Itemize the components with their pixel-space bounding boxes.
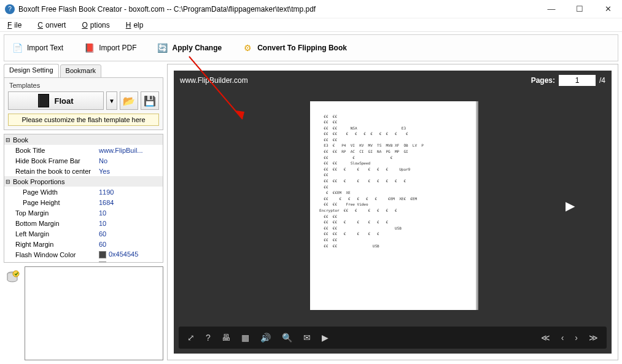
apply-change-label: Apply Change <box>172 44 222 52</box>
import-text-button[interactable]: 📄 Import Text <box>7 37 70 58</box>
customize-note[interactable]: Please customize the flash template here <box>8 114 159 126</box>
flipbook-preview[interactable]: www.FlipBuilder.com Pages: /4 安下载 anxz.c… <box>174 71 612 354</box>
prop-right-margin[interactable]: Right Margin60 <box>4 239 163 249</box>
template-save-button[interactable]: 💾 <box>141 91 159 110</box>
template-selected: Float <box>54 96 73 106</box>
tab-bookmark[interactable]: Bookmark <box>60 64 102 78</box>
prop-bottom-margin[interactable]: Bottom Margin10 <box>4 218 163 228</box>
next-page-arrow[interactable]: ▶ <box>566 198 575 213</box>
total-pages: /4 <box>599 76 605 85</box>
design-setting-panel: Templates Float ▼ 📂 💾 Please customize t… <box>4 77 163 130</box>
sound-icon[interactable]: 🔊 <box>260 333 271 343</box>
window-title: Boxoft Free Flash Book Creator - boxoft.… <box>18 5 316 14</box>
preview-panel: www.FlipBuilder.com Pages: /4 安下载 anxz.c… <box>167 64 618 360</box>
apply-change-button[interactable]: 🔄 Apply Change <box>152 37 228 58</box>
menu-file[interactable]: File <box>2 20 24 31</box>
group-proportions[interactable]: Book Proportions <box>4 176 163 187</box>
print-icon[interactable]: 🖶 <box>222 333 230 343</box>
prop-page-bg-color[interactable]: Page Background Color0xffffff <box>4 260 163 263</box>
templates-label: Templates <box>9 82 159 89</box>
menu-options[interactable]: Options <box>77 20 112 31</box>
swatch-page-bg <box>99 261 106 263</box>
property-grid[interactable]: Book Book Titlewww.FlipBuil... Hide Book… <box>4 134 163 263</box>
import-text-icon: 📄 <box>11 42 23 54</box>
prop-hide-frame[interactable]: Hide Book Frame BarNo <box>4 155 163 166</box>
import-pdf-icon: 📕 <box>83 42 95 54</box>
import-text-label: Import Text <box>27 44 63 52</box>
refresh-icon: 🔄 <box>156 42 168 54</box>
help-icon[interactable]: ? <box>206 333 211 343</box>
app-icon: ? <box>5 4 15 14</box>
prop-page-width[interactable]: Page Width1190 <box>4 187 163 197</box>
import-pdf-label: Import PDF <box>99 44 136 52</box>
first-page-icon[interactable]: ≪ <box>541 333 550 343</box>
swatch-flash-color <box>99 251 106 258</box>
tab-design-setting[interactable]: Design Setting <box>4 64 59 77</box>
import-pdf-button[interactable]: 📕 Import PDF <box>79 37 143 58</box>
output-list[interactable] <box>25 266 163 360</box>
gear-icon: ⚙ <box>241 42 254 54</box>
menu-help[interactable]: Help <box>121 20 146 31</box>
page-content: €€ €€ €€ €€ €€ €€ NSA E3 €€ €€ € € € € €… <box>310 101 476 310</box>
prop-flash-color[interactable]: Flash Window Color0x454545 <box>4 249 163 260</box>
close-button[interactable]: ✕ <box>594 0 622 18</box>
prop-page-height[interactable]: Page Height1684 <box>4 197 163 207</box>
next-page-icon[interactable]: › <box>575 333 578 343</box>
fit-icon[interactable]: ⤢ <box>187 333 195 343</box>
svg-point-1 <box>13 271 19 277</box>
prop-top-margin[interactable]: Top Margin10 <box>4 207 163 218</box>
left-tabs: Design Setting Bookmark <box>4 64 163 77</box>
prop-left-margin[interactable]: Left Margin60 <box>4 228 163 239</box>
last-page-icon[interactable]: ≫ <box>589 333 598 343</box>
pages-label: Pages: <box>531 76 555 85</box>
database-icon <box>4 266 21 360</box>
left-panel: Design Setting Bookmark Templates Float … <box>4 64 163 360</box>
prop-book-title[interactable]: Book Titlewww.FlipBuil... <box>4 145 163 155</box>
zoom-icon[interactable]: 🔍 <box>282 333 292 343</box>
current-page-input[interactable] <box>559 75 596 86</box>
template-open-button[interactable]: 📂 <box>120 91 138 110</box>
preview-toolbar: ⤢ ? 🖶 ▦ 🔊 🔍 ✉ ▶ ≪ ‹ › ≫ <box>179 327 607 349</box>
window-titlebar: ? Boxoft Free Flash Book Creator - boxof… <box>0 0 622 18</box>
minimize-button[interactable]: — <box>537 0 566 18</box>
maximize-button[interactable]: ☐ <box>566 0 594 18</box>
menu-bar: File Convert Options Help <box>0 18 622 32</box>
play-icon[interactable]: ▶ <box>322 333 328 343</box>
thumbnails-icon[interactable]: ▦ <box>241 333 249 343</box>
book-icon <box>38 94 49 107</box>
main-toolbar: 📄 Import Text 📕 Import PDF 🔄 Apply Chang… <box>4 34 618 61</box>
convert-flipping-button[interactable]: ⚙ Convert To Flipping Book <box>237 37 354 58</box>
menu-convert[interactable]: Convert <box>33 20 68 31</box>
preview-site: www.FlipBuilder.com <box>180 76 248 85</box>
mail-icon[interactable]: ✉ <box>303 333 311 343</box>
group-book[interactable]: Book <box>4 134 163 145</box>
prop-retain-center[interactable]: Retain the book to centerYes <box>4 166 163 176</box>
prev-page-icon[interactable]: ‹ <box>561 333 564 343</box>
template-dropdown[interactable]: ▼ <box>106 91 117 110</box>
template-selector[interactable]: Float <box>8 91 104 110</box>
